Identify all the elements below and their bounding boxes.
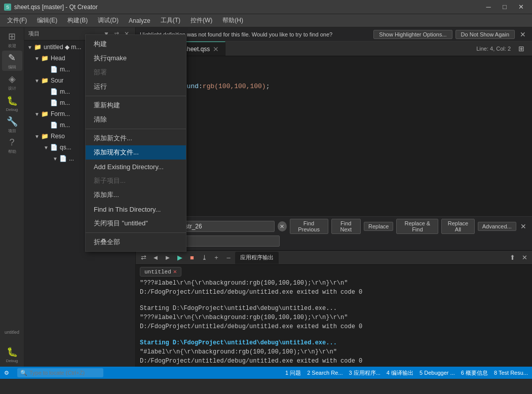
file-icon: 📄	[59, 154, 67, 163]
close-button[interactable]: ✕	[514, 2, 528, 13]
tree-label: m...	[60, 88, 70, 95]
run-tab-close-icon[interactable]: ✕	[173, 268, 177, 275]
bottom-ctrl-next[interactable]: ►	[162, 252, 173, 263]
remove-output-button[interactable]: –	[223, 252, 234, 263]
maximize-button[interactable]: □	[498, 2, 512, 13]
menu-file[interactable]: 文件(F)	[2, 15, 32, 26]
ctx-clean[interactable]: 清除	[86, 112, 186, 127]
do-not-show-again-button[interactable]: Do Not Show Again	[455, 30, 515, 39]
status-search-input[interactable]	[29, 370, 100, 376]
menu-controls[interactable]: 控件(W)	[185, 15, 217, 26]
ctx-build[interactable]: 构建	[86, 37, 186, 51]
status-tab-problems[interactable]: 1 问题	[285, 369, 301, 377]
ctx-sep-2	[86, 129, 186, 129]
bottom-ctrl-link[interactable]: ⇄	[138, 252, 149, 263]
find-next-button[interactable]: Find Next	[331, 219, 361, 234]
status-search[interactable]: 🔍	[17, 368, 103, 377]
ctx-find-in-dir[interactable]: Find in This Directory...	[86, 202, 186, 216]
status-right: 1 问题 2 Search Re... 3 应用程序... 4 编译输出 5 D…	[285, 369, 528, 377]
ctx-collapse-all[interactable]: 折叠全部	[86, 235, 186, 249]
sidebar-welcome[interactable]: ⊞ 欢迎	[2, 29, 22, 50]
ctx-run[interactable]: 运行	[86, 80, 186, 94]
window-controls: ─ □ ✕	[481, 2, 528, 13]
find-input[interactable]	[173, 221, 275, 232]
ctx-sep-3	[86, 232, 186, 233]
replace-and-find-button[interactable]: Replace & Find	[396, 219, 438, 234]
status-search-icon: 🔍	[20, 370, 27, 376]
folder-icon: 📁	[41, 54, 49, 62]
tree-label: m...	[60, 99, 70, 106]
status-tab-summary[interactable]: 6 概要信息	[461, 369, 488, 377]
show-highlighter-button[interactable]: Show Highlighter Options...	[373, 30, 452, 39]
tree-label: Reso	[51, 133, 65, 140]
status-tab-search[interactable]: 2 Search Re...	[307, 370, 343, 376]
sidebar-project[interactable]: 🔧 项目	[2, 114, 22, 135]
code-editor[interactable]: 1 #label 2 { 3 background:rgb(100,100,10…	[136, 56, 532, 216]
minimize-button[interactable]: ─	[481, 2, 496, 13]
output-line-7: "#label\r\n{\r\nbackground:rgb(100,100,1…	[140, 347, 528, 357]
folder-icon: 📁	[33, 43, 42, 51]
status-tab-app[interactable]: 3 应用程序...	[349, 369, 381, 377]
menu-analyze[interactable]: Analyze	[124, 16, 156, 25]
folder-icon: 📁	[41, 132, 49, 140]
arrow-icon: ▼	[43, 144, 50, 151]
ctx-add-library[interactable]: 添加库...	[86, 188, 186, 202]
title-bar: S sheet.qss [master] - Qt Creator ─ □ ✕	[0, 0, 532, 14]
run-tab-untitled[interactable]: untitled ✕	[140, 267, 181, 277]
sidebar-debug2[interactable]: 🐛 Debug	[2, 344, 22, 365]
project-icon: 🔧	[7, 116, 18, 127]
bottom-panel-float-button[interactable]: ⬆	[507, 252, 518, 263]
context-menu: 构建 执行qmake 部署 运行 重新构建 清除 添加新文件... 添加现有文件…	[85, 34, 186, 252]
sidebar-untitled[interactable]: untitled	[2, 322, 22, 342]
notification-close-button[interactable]: ✕	[518, 29, 528, 40]
bottom-tab-bar: ⇄ ◄ ► ▶ ■ ⤓ + – 应用程序输出 ⬆ ✕	[136, 251, 532, 265]
file-icon: 📄	[50, 121, 58, 129]
sidebar-design[interactable]: ◈ 设计	[2, 72, 22, 92]
split-button[interactable]: ⊞	[515, 43, 528, 55]
window-title: sheet.qss [master] - Qt Creator	[14, 4, 481, 11]
tab-area: ◄ ► 📄 sheet.qss ✕ Line: 4, Col: 2 ⊞	[136, 42, 532, 56]
ctx-rebuild[interactable]: 重新构建	[86, 98, 186, 112]
bottom-ctrl-prev[interactable]: ◄	[150, 252, 161, 263]
replace-all-button[interactable]: Replace All	[441, 219, 474, 234]
add-output-button[interactable]: +	[211, 252, 222, 263]
menu-bar: 文件(F) 编辑(E) 构建(B) 调试(D) Analyze 工具(T) 控件…	[0, 14, 532, 27]
replace-row: Replace with:	[140, 235, 528, 247]
find-replace-button[interactable]: Replace	[364, 222, 393, 231]
output-line-5: D:/FdogProject/untitled/debug/untitled.e…	[140, 322, 528, 331]
bottom-tab-output[interactable]: 应用程序输出	[235, 252, 279, 264]
menu-help[interactable]: 帮助(H)	[217, 15, 248, 26]
debug-icon: 🐛	[7, 95, 18, 106]
output-area[interactable]: untitled ✕ "???#label\r\n{\r\nbackground…	[136, 265, 532, 367]
tab-close-button[interactable]: ✕	[213, 45, 219, 53]
menu-debug[interactable]: 调试(D)	[93, 15, 124, 26]
advanced-button[interactable]: Advanced...	[478, 222, 516, 231]
tree-label: Form...	[51, 110, 70, 117]
ctx-add-new[interactable]: 添加新文件...	[86, 131, 186, 145]
sidebar-help[interactable]: ? 帮助	[2, 136, 22, 156]
ctx-add-existing-dir[interactable]: Add Existing Directory...	[86, 160, 186, 174]
find-close-button[interactable]: ✕	[519, 221, 528, 231]
menu-tools[interactable]: 工具(T)	[156, 15, 185, 26]
line-col-label: Line: 4, Col: 2	[476, 46, 511, 52]
ctx-qmake[interactable]: 执行qmake	[86, 51, 186, 65]
ctx-add-existing[interactable]: 添加现有文件...	[86, 145, 186, 160]
code-line-3: 3 background:rgb(100,100,100);	[136, 81, 532, 92]
status-tab-compile[interactable]: 4 编译输出	[387, 369, 413, 377]
scroll-end-button[interactable]: ⤓	[199, 252, 210, 263]
run-button[interactable]: ▶	[174, 252, 185, 263]
sidebar-edit[interactable]: ✎ 编辑	[2, 51, 22, 71]
find-row: Find: 🔍 ✕ Find Previous Find Next Replac…	[140, 219, 528, 234]
replace-input[interactable]	[178, 235, 280, 247]
menu-edit[interactable]: 编辑(E)	[32, 15, 62, 26]
find-clear-button[interactable]: ✕	[278, 221, 286, 231]
bottom-panel-close-button[interactable]: ✕	[519, 252, 530, 263]
menu-build[interactable]: 构建(B)	[62, 15, 93, 26]
find-previous-button[interactable]: Find Previous	[290, 219, 328, 234]
stop-button[interactable]: ■	[186, 252, 198, 263]
sidebar-debug[interactable]: 🐛 Debug	[2, 93, 22, 113]
status-tab-debugger[interactable]: 5 Debugger ...	[420, 370, 455, 376]
code-line-4: 4 }	[136, 92, 532, 103]
ctx-close-project[interactable]: 关闭项目 "untitled"	[86, 216, 186, 230]
status-tab-test[interactable]: 8 Test Resu...	[494, 370, 528, 376]
